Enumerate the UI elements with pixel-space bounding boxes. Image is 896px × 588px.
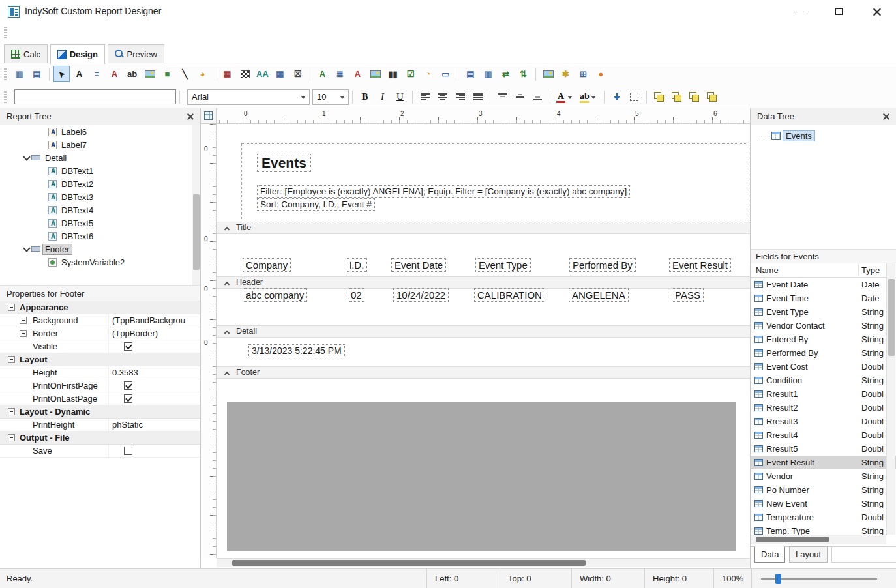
property-value[interactable]: 0.3583 xyxy=(112,366,199,379)
fields-column-headers[interactable]: Name Type xyxy=(751,263,896,278)
report-tree-item[interactable]: DBText5 xyxy=(0,216,200,229)
property-grid[interactable]: Appearance Background (TppBandBackgrou B… xyxy=(0,301,200,458)
toolbar-separator[interactable] xyxy=(455,66,461,82)
tab-data[interactable]: Data xyxy=(754,546,785,563)
property-row[interactable]: Output - File xyxy=(0,432,200,445)
property-checkbox[interactable] xyxy=(124,381,132,390)
toolbar-separator[interactable] xyxy=(307,66,313,82)
expander-icon[interactable] xyxy=(22,153,31,162)
field-row[interactable]: Rresult3 Double xyxy=(751,415,896,428)
move-backward-button[interactable] xyxy=(704,89,720,105)
dbcheckbox-tool-button[interactable]: ☑ xyxy=(402,66,419,82)
italic-button[interactable]: I xyxy=(374,89,391,105)
header-band-bar[interactable]: Header xyxy=(217,276,750,289)
align-left-button[interactable] xyxy=(417,89,433,105)
property-row[interactable]: Save xyxy=(0,445,200,458)
report-tree[interactable]: Label6 Label7 Detail DBText1 xyxy=(0,125,200,285)
group-button[interactable]: ⇄ xyxy=(498,66,514,82)
shape-tool-button[interactable]: ■ xyxy=(159,66,175,82)
detail-value-element[interactable]: PASS xyxy=(672,288,704,302)
label-tool-button[interactable]: A xyxy=(71,66,87,82)
chart-tool-button[interactable]: ◕ xyxy=(194,66,211,82)
tab-order-button[interactable]: ⇅ xyxy=(515,66,531,82)
property-checkbox[interactable] xyxy=(124,342,132,351)
field-row[interactable]: Entered By String xyxy=(751,332,896,346)
report-wizard-button[interactable] xyxy=(540,66,556,82)
bring-to-front-button[interactable] xyxy=(651,89,667,105)
grid-options-button[interactable]: ⊞ xyxy=(575,66,591,82)
field-row[interactable]: Po Number String xyxy=(751,483,896,497)
dbtext-aa-tool-button[interactable]: AA xyxy=(254,66,271,82)
band-collapse-icon[interactable] xyxy=(224,331,230,336)
field-row[interactable]: Event Cost Double xyxy=(751,360,896,374)
band-collapse-icon[interactable] xyxy=(224,282,230,287)
report-tree-item[interactable]: Detail xyxy=(0,151,200,164)
column-header-name[interactable]: Name xyxy=(756,263,779,278)
font-size-select[interactable]: 10 xyxy=(312,89,349,105)
scrollbar-thumb[interactable] xyxy=(756,537,829,542)
image-tool-button[interactable] xyxy=(142,66,158,82)
toolbar-separator[interactable] xyxy=(533,66,539,82)
column-header-element[interactable]: Company xyxy=(243,258,291,272)
property-checkbox[interactable] xyxy=(124,447,132,455)
dbchart-tool-button[interactable]: ◔ xyxy=(420,66,436,82)
toolbar-grip[interactable] xyxy=(4,68,7,80)
zoom-slider[interactable] xyxy=(751,569,896,588)
memo-tool-button[interactable]: ≡ xyxy=(89,66,105,82)
view-tab[interactable]: Design xyxy=(50,44,105,64)
data-tree[interactable]: Events xyxy=(751,125,896,249)
toolbar-separator[interactable] xyxy=(212,66,218,82)
field-row[interactable]: Temp. Type String xyxy=(751,524,896,535)
valign-top-button[interactable] xyxy=(494,89,511,105)
property-row[interactable]: Layout xyxy=(0,353,200,366)
select-tool-button[interactable]: ➤ xyxy=(53,66,70,82)
property-row[interactable]: Border (TppBorder) xyxy=(0,327,200,340)
expand-box-icon[interactable] xyxy=(20,317,27,324)
data-key-button[interactable]: ✱ xyxy=(558,66,574,82)
property-row[interactable]: PrintOnLastPage xyxy=(0,392,200,405)
report-filter-element[interactable]: Filter: [Employee is (exactly) ANGELENA]… xyxy=(257,185,630,198)
underline-button[interactable]: U xyxy=(392,89,408,105)
property-row[interactable]: PrintOnFirstPage xyxy=(0,379,200,392)
barcode-tool-button[interactable] xyxy=(237,66,253,82)
edit-box[interactable] xyxy=(14,89,176,104)
region-tool-button[interactable]: ▭ xyxy=(438,66,454,82)
anchor-button[interactable] xyxy=(608,89,625,105)
field-row[interactable]: New Event String xyxy=(751,497,896,510)
expand-box-icon[interactable] xyxy=(8,304,15,311)
fields-horizontal-scrollbar[interactable] xyxy=(751,535,886,544)
dbmemo-tool-button[interactable]: ≣ xyxy=(332,66,348,82)
expander-icon[interactable] xyxy=(22,244,31,254)
property-row[interactable]: Visible xyxy=(0,340,200,353)
detail-value-element[interactable]: ANGELENA xyxy=(569,288,629,302)
field-row[interactable]: Vendor String xyxy=(751,469,896,483)
field-row[interactable]: Performed By String xyxy=(751,346,896,360)
field-row[interactable]: Event Time Date xyxy=(751,291,896,305)
property-value[interactable]: (TppBorder) xyxy=(112,327,199,340)
expand-box-icon[interactable] xyxy=(20,330,27,337)
dbrichtext-tool-button[interactable]: A xyxy=(350,66,366,82)
close-icon[interactable] xyxy=(882,112,891,121)
detail-band-bar[interactable]: Detail xyxy=(217,325,750,338)
property-row[interactable]: Layout - Dynamic xyxy=(0,405,200,419)
field-row[interactable]: Rresult2 Double xyxy=(751,401,896,415)
property-row[interactable]: Background (TppBandBackgrou xyxy=(0,314,200,327)
report-tree-item[interactable]: DBText2 xyxy=(0,177,200,190)
footer-band-bar[interactable]: Footer xyxy=(217,366,750,379)
property-row[interactable]: Height 0.3583 xyxy=(0,366,200,379)
fields-list[interactable]: Event Date Date Event Time Date Event Ty… xyxy=(751,278,896,535)
toolbar-separator[interactable] xyxy=(46,66,52,82)
toolbar-grip[interactable] xyxy=(4,27,7,38)
dbbarcode-tool-button[interactable]: ▮▮ xyxy=(385,66,401,82)
detail-value-element[interactable]: abc company xyxy=(243,288,307,302)
close-icon[interactable] xyxy=(186,112,195,121)
column-header-element[interactable]: Event Date xyxy=(391,258,446,272)
field-row[interactable]: Event Result String xyxy=(751,456,896,469)
view-tab[interactable]: Preview xyxy=(108,44,164,63)
report-tree-item[interactable]: DBText4 xyxy=(0,203,200,216)
report-tree-item[interactable]: Footer xyxy=(0,243,200,256)
bold-button[interactable]: B xyxy=(357,89,373,105)
detail-value-element[interactable]: 10/24/2022 xyxy=(393,288,449,302)
expand-box-icon[interactable] xyxy=(8,356,15,363)
line-tool-button[interactable]: ╲ xyxy=(177,66,193,82)
